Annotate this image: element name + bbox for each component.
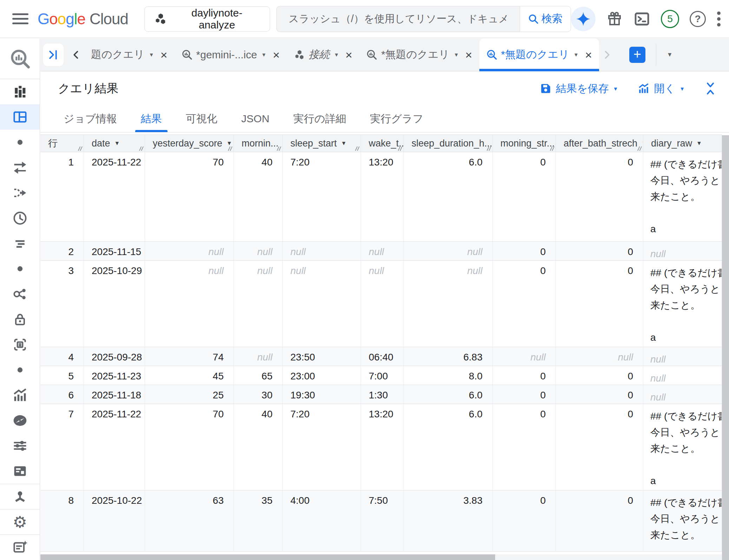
sidebar-item-pipelines[interactable] bbox=[0, 180, 40, 206]
column-header[interactable]: moning_str... bbox=[493, 135, 556, 152]
table-cell: 19:30 bbox=[283, 385, 361, 404]
query-tab[interactable]: *無題のクエリ ▼ × bbox=[359, 38, 479, 71]
column-resize-handle[interactable] bbox=[227, 146, 233, 151]
gift-button[interactable] bbox=[606, 11, 623, 27]
column-resize-handle[interactable] bbox=[549, 146, 555, 151]
results-tab[interactable]: ジョブ情報 bbox=[58, 105, 123, 132]
chevron-down-icon[interactable]: ▼ bbox=[573, 52, 579, 58]
chevron-down-icon[interactable]: ▼ bbox=[261, 52, 267, 58]
table-cell: 2025-09-28 bbox=[84, 347, 145, 366]
project-selector[interactable]: dayliynote-analyze bbox=[144, 6, 270, 32]
cloud-shell-button[interactable] bbox=[633, 11, 650, 27]
table-cell: 35 bbox=[234, 490, 283, 552]
open-in-label: 開く bbox=[654, 82, 675, 96]
search-button[interactable]: 検索 bbox=[520, 6, 571, 32]
vertical-scrollbar-thumb[interactable] bbox=[722, 135, 729, 560]
sidebar-item-dashboard[interactable] bbox=[0, 458, 40, 484]
sidebar-item-tune[interactable] bbox=[0, 433, 40, 458]
column-resize-handle[interactable] bbox=[138, 146, 144, 151]
close-tab-button[interactable]: × bbox=[585, 49, 592, 61]
close-tab-button[interactable]: × bbox=[160, 49, 168, 61]
horizontal-scrollbar-thumb[interactable] bbox=[40, 554, 495, 560]
hamburger-menu-button[interactable] bbox=[9, 8, 31, 30]
sidebar-item-settings[interactable]: ⚙ bbox=[0, 509, 40, 534]
results-tab[interactable]: 結果 bbox=[135, 105, 168, 132]
scroll-tabs-right-button[interactable] bbox=[599, 44, 615, 66]
column-header[interactable]: after_bath_strech ▼ bbox=[556, 135, 643, 152]
close-tab-button[interactable]: × bbox=[465, 49, 472, 61]
hamburger-icon bbox=[12, 13, 28, 25]
chevron-down-icon[interactable]: ▼ bbox=[149, 52, 154, 58]
sidebar-item-more-3[interactable] bbox=[0, 357, 40, 383]
table-cell: 0 bbox=[493, 366, 556, 385]
chevron-down-icon[interactable]: ▼ bbox=[454, 52, 459, 58]
page-title: クエリ結果 bbox=[58, 80, 118, 97]
close-tab-button[interactable]: × bbox=[346, 49, 353, 61]
results-tab[interactable]: 可視化 bbox=[180, 105, 223, 132]
table-cell: 6.0 bbox=[404, 385, 493, 404]
tab-label: *無題のクエリ bbox=[501, 47, 570, 62]
results-tab[interactable]: JSON bbox=[236, 105, 275, 132]
table-cell: null bbox=[234, 347, 283, 366]
add-tab-button[interactable]: + bbox=[629, 47, 645, 63]
column-header[interactable]: 行 bbox=[40, 135, 84, 152]
horizontal-scrollbar[interactable] bbox=[40, 554, 722, 560]
sidebar-item-more-2[interactable] bbox=[0, 256, 40, 281]
column-resize-handle[interactable] bbox=[637, 146, 642, 151]
sidebar-item-monitoring[interactable] bbox=[0, 383, 40, 408]
open-in-button[interactable]: 開く ▼ bbox=[638, 82, 685, 96]
table-cell: null bbox=[643, 366, 722, 385]
column-resize-handle[interactable] bbox=[397, 146, 403, 151]
search-input[interactable] bbox=[276, 6, 520, 32]
column-header[interactable]: diary_raw ▼ bbox=[643, 135, 722, 152]
scroll-tabs-left-button[interactable] bbox=[68, 44, 84, 66]
table-cell: 3 bbox=[40, 261, 84, 347]
chevron-down-icon[interactable]: ▼ bbox=[334, 52, 339, 58]
query-tab[interactable]: 接続 ▼ × bbox=[287, 38, 360, 71]
sidebar-item-data-transfers[interactable] bbox=[0, 155, 40, 180]
sidebar-item-bigquery-studio[interactable] bbox=[0, 38, 40, 79]
sidebar-item-sharing[interactable] bbox=[0, 281, 40, 307]
cloud-logo-word: Cloud bbox=[90, 10, 128, 28]
google-logo-letter: e bbox=[77, 10, 85, 27]
more-options-button[interactable] bbox=[716, 11, 721, 27]
toggle-panel-button[interactable] bbox=[43, 44, 64, 66]
query-tab[interactable]: *無題のクエリ ▼ × bbox=[479, 38, 599, 71]
column-header[interactable]: wake_t... bbox=[361, 135, 404, 152]
help-button[interactable]: ? bbox=[690, 11, 706, 27]
column-header[interactable]: sleep_duration_h... bbox=[404, 135, 493, 152]
close-tab-button[interactable]: × bbox=[273, 49, 280, 61]
column-resize-handle[interactable] bbox=[77, 146, 83, 151]
table-cell: 2025-11-18 bbox=[84, 385, 145, 404]
column-header[interactable]: date ▼ bbox=[84, 135, 145, 152]
sidebar-item-analysis[interactable] bbox=[0, 79, 40, 104]
sidebar-item-compose[interactable] bbox=[0, 534, 40, 560]
sidebar-item-query-history[interactable] bbox=[0, 231, 40, 256]
query-tab[interactable]: *gemini-...ice ▼ × bbox=[175, 38, 287, 71]
column-header[interactable]: mornin... bbox=[234, 135, 283, 152]
gemini-button[interactable] bbox=[571, 7, 596, 31]
results-tab[interactable]: 実行の詳細 bbox=[288, 105, 352, 132]
tab-overflow-button[interactable]: ▼ bbox=[667, 51, 673, 58]
save-results-button[interactable]: 結果を保存 ▼ bbox=[540, 82, 618, 96]
collapse-results-button[interactable] bbox=[704, 82, 716, 95]
column-resize-handle[interactable] bbox=[486, 146, 492, 151]
sidebar-item-governance[interactable] bbox=[0, 307, 40, 332]
column-header[interactable]: sleep_start ▼ bbox=[283, 135, 361, 152]
vertical-scrollbar[interactable] bbox=[722, 135, 729, 560]
column-resize-handle[interactable] bbox=[354, 146, 360, 151]
sidebar-item-sitemap[interactable] bbox=[0, 484, 40, 509]
query-tab[interactable]: 題のクエリ ▼ × bbox=[84, 38, 175, 71]
column-resize-handle[interactable] bbox=[276, 146, 282, 151]
sidebar-item-editor[interactable] bbox=[0, 104, 40, 130]
table-cell: 7:20 bbox=[283, 152, 361, 242]
google-cloud-logo: Google Cloud bbox=[38, 10, 128, 28]
sidebar-item-document-ai[interactable] bbox=[0, 332, 40, 357]
column-header[interactable]: yesterday_score ▼ bbox=[145, 135, 234, 152]
sidebar-item-discover[interactable] bbox=[0, 408, 40, 433]
swap-arrows-icon bbox=[12, 160, 28, 175]
results-tab[interactable]: 実行グラフ bbox=[364, 105, 429, 132]
sidebar-item-scheduled-queries[interactable] bbox=[0, 206, 40, 231]
free-trial-days-badge[interactable]: 5 bbox=[661, 10, 679, 28]
sidebar-item-more-1[interactable] bbox=[0, 130, 40, 155]
